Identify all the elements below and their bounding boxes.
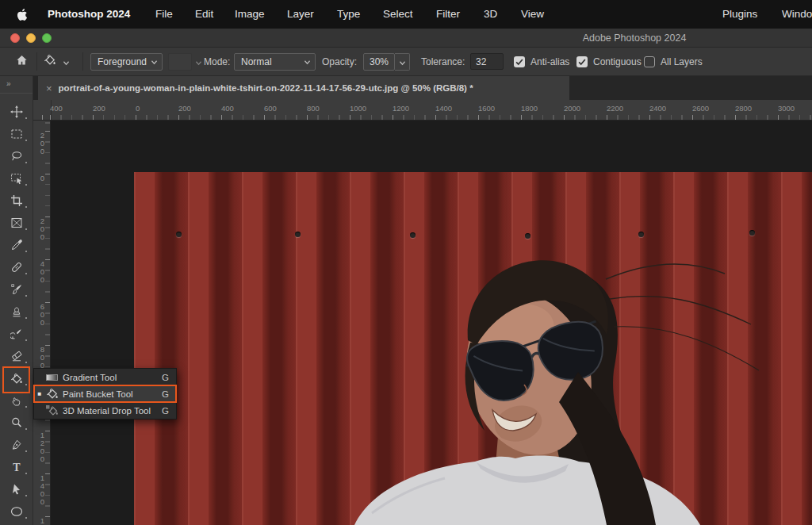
anti-alias-checkbox[interactable]: Anti-alias	[514, 48, 569, 75]
contiguous-checkbox-box[interactable]	[576, 56, 588, 67]
flyout-item-paint-bucket-tool[interactable]: ■Paint Bucket ToolG	[34, 385, 176, 402]
flyout-item-gradient-tool[interactable]: Gradient ToolG	[34, 369, 176, 385]
document-tab-bar: × portrait-of-a-young-woman-in-plain-whi…	[33, 76, 812, 100]
menu-item-edit[interactable]: Edit	[195, 0, 213, 29]
menu-item-3d[interactable]: 3D	[484, 0, 497, 29]
type-tool-button[interactable]: T	[0, 456, 33, 478]
fill-source-dropdown[interactable]: Foreground	[90, 48, 163, 75]
horizontal-ruler[interactable]: 4002000200400600800100012001400160018002…	[33, 100, 812, 121]
all-layers-label: All Layers	[661, 56, 703, 67]
gradient-icon	[45, 371, 63, 384]
home-button[interactable]	[15, 48, 29, 75]
document-image[interactable]	[134, 172, 812, 525]
menu-item-type[interactable]: Type	[337, 0, 360, 29]
object-selection-tool-button[interactable]	[0, 167, 33, 190]
ruler-tick-label: 1400	[435, 104, 452, 113]
eyedropper-icon	[10, 239, 23, 251]
contiguous-checkbox[interactable]: Contiguous	[576, 48, 642, 75]
anti-alias-checkbox-box[interactable]	[514, 56, 525, 67]
ruler-tick-label: 1000	[350, 104, 366, 113]
selected-tool-highlight	[2, 366, 30, 393]
opacity-label: Opacity:	[322, 56, 357, 67]
clone-stamp-tool-button[interactable]	[0, 301, 33, 323]
object-selection-icon	[10, 172, 23, 185]
menu-item-window[interactable]: Window	[782, 0, 812, 29]
eyedropper-tool-button[interactable]	[0, 234, 33, 256]
dodge-icon	[10, 416, 23, 429]
pen-tool-button[interactable]	[0, 434, 33, 456]
clone-stamp-icon	[10, 305, 23, 318]
move-tool-button[interactable]	[0, 101, 33, 123]
frame-icon	[10, 217, 23, 229]
tolerance-input[interactable]	[470, 53, 504, 70]
document-tab[interactable]: × portrait-of-a-young-woman-in-plain-whi…	[38, 76, 569, 100]
close-window-button[interactable]	[10, 33, 20, 43]
all-layers-checkbox[interactable]: All Layers	[644, 48, 703, 75]
workspace: » T × portrait-of-a-young-woman-in-plain…	[0, 76, 812, 525]
menu-item-view[interactable]: View	[521, 0, 544, 29]
apple-menu-icon[interactable]	[16, 8, 29, 21]
ruler-tick-label: 2800	[735, 104, 752, 113]
menu-item-filter[interactable]: Filter	[436, 0, 460, 29]
ruler-tick-label: 0	[136, 104, 140, 113]
brush-tool-button[interactable]	[0, 278, 33, 301]
document-area: × portrait-of-a-young-woman-in-plain-whi…	[33, 76, 812, 525]
tool-preset-button[interactable]	[43, 48, 70, 75]
history-brush-tool-button[interactable]	[0, 323, 33, 345]
ruler-tick-label: 200	[38, 131, 47, 155]
menu-item-layer[interactable]: Layer	[287, 0, 314, 29]
history-brush-icon	[10, 328, 23, 340]
ruler-tick-label: 1600	[478, 104, 495, 113]
tolerance-field-wrap	[470, 48, 504, 75]
marquee-tool-button[interactable]	[0, 123, 33, 145]
chevron-down-icon	[304, 56, 311, 67]
opacity-value-box[interactable]: 30%	[363, 53, 395, 71]
brush-icon	[10, 283, 23, 296]
flyout-item-label: Gradient Tool	[63, 373, 162, 382]
lasso-icon	[10, 150, 23, 163]
flyout-item-3d-material-drop-tool[interactable]: 3D Material Drop ToolG	[34, 402, 176, 419]
opacity-value: 30%	[370, 56, 389, 67]
ruler-tick-label: 200	[178, 104, 191, 113]
flyout-item-shortcut: G	[162, 406, 176, 416]
crop-tool-button[interactable]	[0, 190, 33, 212]
opacity-dropdown-button[interactable]	[395, 53, 410, 71]
menu-item-plugins[interactable]: Plugins	[722, 0, 757, 29]
dodge-tool-button[interactable]	[0, 412, 33, 434]
collapse-panel-button[interactable]: »	[0, 76, 33, 94]
opacity-control[interactable]: 30%	[363, 48, 410, 75]
flyout-item-label: 3D Material Drop Tool	[63, 406, 162, 416]
mode-dropdown[interactable]: Normal	[234, 48, 316, 75]
ruler-tick-label: 400	[221, 104, 234, 113]
anti-alias-label: Anti-alias	[530, 56, 569, 67]
current-tool-bullet: ■	[34, 390, 45, 397]
menu-app-name[interactable]: Photoshop 2024	[48, 0, 130, 29]
ellipse-shape-tool-button[interactable]	[0, 500, 33, 523]
frame-tool-button[interactable]	[0, 212, 33, 234]
minimize-window-button[interactable]	[26, 33, 36, 43]
all-layers-checkbox-box[interactable]	[644, 56, 655, 67]
mode-label-wrap: Mode:	[204, 48, 230, 75]
mode-label: Mode:	[204, 56, 230, 67]
menu-item-file[interactable]: File	[155, 0, 173, 29]
menu-item-select[interactable]: Select	[383, 0, 413, 29]
canvas-pasteboard[interactable]	[51, 121, 812, 525]
path-selection-tool-button[interactable]	[0, 478, 33, 500]
svg-text:T: T	[13, 462, 21, 473]
vertical-ruler[interactable]: 2000200400600800120014001600	[33, 121, 51, 525]
ruler-ticks	[33, 115, 812, 120]
zoom-window-button[interactable]	[42, 33, 52, 43]
ruler-tick-label: 2200	[607, 104, 623, 113]
paint-bucket-icon	[45, 387, 63, 400]
eraser-tool-button[interactable]	[0, 345, 33, 367]
chevron-down-icon	[151, 56, 158, 67]
menu-item-image[interactable]: Image	[235, 0, 265, 29]
ruler-tick-label: 1600	[38, 516, 47, 525]
spot-healing-tool-button[interactable]	[0, 256, 33, 278]
home-icon	[15, 54, 29, 70]
close-tab-icon[interactable]: ×	[46, 82, 52, 94]
crop-icon	[10, 194, 23, 207]
canvas-row: 2000200400600800120014001600	[33, 121, 812, 525]
tools-panel: » T	[0, 76, 33, 525]
lasso-tool-button[interactable]	[0, 145, 33, 167]
